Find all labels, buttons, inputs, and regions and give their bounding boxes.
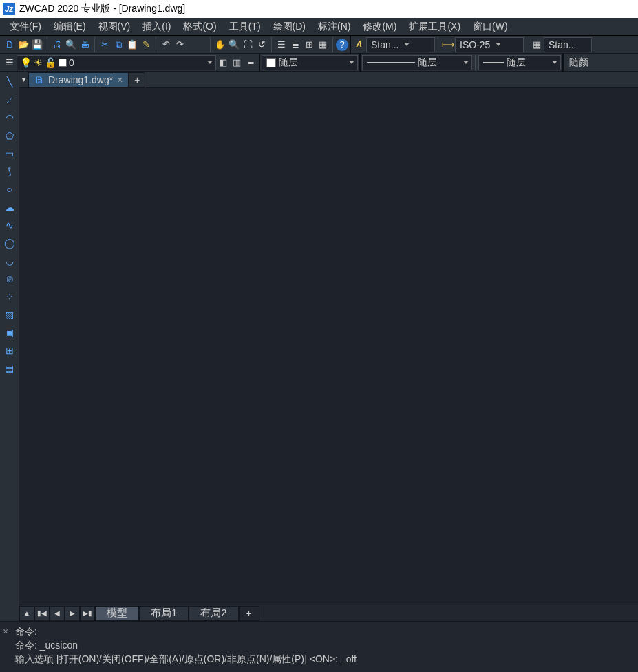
dimstyle-icon[interactable]: ⟼: [441, 38, 455, 52]
sep: [350, 36, 351, 54]
plot-button[interactable]: 🖶: [78, 38, 92, 52]
copy-button[interactable]: ⧉: [111, 38, 125, 52]
title-bar: Jz ZWCAD 2020 专业版 - [Drawing1.dwg]: [0, 0, 638, 18]
window-title: ZWCAD 2020 专业版 - [Drawing1.dwg]: [19, 3, 185, 15]
layout-up-button[interactable]: ▲: [19, 606, 34, 621]
zoom-extents-button[interactable]: ⛶: [241, 38, 255, 52]
text-style-value: Stan...: [371, 39, 398, 50]
tablestyle-icon[interactable]: ▦: [530, 38, 544, 52]
chevron-down-icon: [463, 61, 469, 64]
circle-tool[interactable]: ○: [2, 182, 17, 197]
table-style-value: Stan...: [549, 39, 576, 50]
spline-tool[interactable]: ∿: [2, 218, 17, 233]
polygon-tool[interactable]: ⬠: [2, 128, 17, 143]
menu-tools[interactable]: 工具(T): [224, 21, 266, 33]
zoom-button[interactable]: 🔍: [227, 38, 241, 52]
menu-express[interactable]: 扩展工具(X): [403, 21, 466, 33]
layer-dropdown[interactable]: 💡 ☀ 🔓 0: [17, 55, 216, 70]
save-button[interactable]: 💾: [30, 38, 44, 52]
content-area: ╲ ⟋ ◠ ⬠ ▭ ⟆ ○ ☁ ∿ ◯ ◡ ⎚ ⁘ ▨ ▣ ⊞ ▤ ▾ 🗎 Dr…: [0, 72, 638, 621]
menu-insert[interactable]: 插入(I): [137, 21, 176, 33]
preview-button[interactable]: 🔍: [64, 38, 78, 52]
help-button[interactable]: ?: [336, 39, 348, 51]
paste-button[interactable]: 📋: [125, 38, 139, 52]
layer-iso-button[interactable]: ◧: [216, 56, 230, 70]
menu-format[interactable]: 格式(O): [178, 21, 222, 33]
table-style-dropdown[interactable]: Stan...: [544, 37, 592, 52]
matchprop-button[interactable]: ✎: [139, 38, 153, 52]
app-icon: Jz: [3, 3, 15, 15]
sep: [271, 37, 272, 52]
close-cmdline-icon[interactable]: ×: [3, 624, 8, 638]
properties-button[interactable]: ☰: [275, 38, 288, 52]
polyline-tool[interactable]: ⟋: [2, 92, 17, 107]
add-layout-button[interactable]: +: [239, 606, 259, 621]
dim-style-dropdown[interactable]: ISO-25: [455, 37, 524, 52]
layer-manager-button[interactable]: ☰: [3, 56, 17, 70]
undo-button[interactable]: ↶: [159, 38, 173, 52]
tab-layout1[interactable]: 布局1: [139, 606, 189, 621]
mtext-tool[interactable]: ▤: [2, 361, 17, 376]
ellipse-tool[interactable]: ◯: [2, 235, 17, 251]
layout-prev-button[interactable]: ◀: [50, 606, 65, 621]
redo-button[interactable]: ↷: [173, 38, 187, 52]
sep: [438, 37, 438, 52]
menu-dimension[interactable]: 标注(N): [312, 21, 356, 33]
hatch-tool[interactable]: ▨: [2, 307, 17, 322]
linetype-dropdown[interactable]: 随层: [362, 55, 472, 70]
layer-color-swatch: [59, 59, 67, 67]
block-tool[interactable]: ⎚: [2, 271, 17, 286]
toolbar-standard: 🗋 📂 💾 🖨 🔍 🖶 ✂ ⧉ 📋 ✎ ↶ ↷ ✋ 🔍 ⛶ ↺ ☰ ≣ ⊞ ▦ …: [0, 36, 638, 54]
sep: [527, 37, 527, 52]
arc2-tool[interactable]: ⟆: [2, 164, 17, 179]
lineweight-preview: [483, 62, 504, 63]
tab-layout2[interactable]: 布局2: [189, 606, 238, 621]
layer-state-button[interactable]: ≣: [244, 56, 257, 70]
menu-view[interactable]: 视图(V): [93, 21, 136, 33]
layers-panel-button[interactable]: ≣: [288, 38, 302, 52]
new-button[interactable]: 🗋: [3, 38, 17, 52]
document-tab-name: Drawing1.dwg*: [48, 74, 113, 85]
rectangle-tool[interactable]: ▭: [2, 146, 17, 161]
layout-tabs: ▲ ▮◀ ◀ ▶ ▶▮ 模型 布局1 布局2 +: [19, 605, 638, 621]
layout-last-button[interactable]: ▶▮: [80, 606, 95, 621]
cut-button[interactable]: ✂: [98, 38, 111, 52]
designcenter-button[interactable]: ▦: [316, 38, 330, 52]
arc-tool[interactable]: ◠: [2, 110, 17, 125]
zoom-prev-button[interactable]: ↺: [255, 38, 268, 52]
point-tool[interactable]: ⁘: [2, 289, 17, 304]
print-button[interactable]: 🖨: [50, 38, 64, 52]
layout-first-button[interactable]: ▮◀: [34, 606, 50, 621]
open-button[interactable]: 📂: [17, 38, 30, 52]
line-tool[interactable]: ╲: [2, 74, 17, 90]
tab-model[interactable]: 模型: [95, 606, 139, 621]
menu-file[interactable]: 文件(F): [4, 21, 47, 33]
lineweight-dropdown[interactable]: 随层: [478, 55, 561, 70]
menu-modify[interactable]: 修改(M): [357, 21, 402, 33]
textstyle-icon[interactable]: A: [352, 38, 366, 52]
sun-icon: ☀: [34, 57, 43, 68]
table-tool[interactable]: ⊞: [2, 343, 17, 358]
linetype-preview: [367, 62, 415, 63]
menu-draw[interactable]: 绘图(D): [268, 21, 311, 33]
color-dropdown[interactable]: 随层: [262, 55, 358, 70]
pan-button[interactable]: ✋: [213, 38, 227, 52]
drawing-canvas[interactable]: [19, 88, 638, 605]
cmd-history-line: 命令: _ucsicon: [15, 638, 632, 652]
menu-edit[interactable]: 编辑(E): [48, 21, 92, 33]
command-line[interactable]: × 命令: 命令: _ucsicon 输入选项 [打开(ON)/关闭(OFF)/…: [0, 621, 638, 672]
ellipsearc-tool[interactable]: ◡: [2, 253, 17, 269]
document-tab[interactable]: 🗎 Drawing1.dwg* ×: [28, 72, 129, 87]
add-document-tab[interactable]: +: [129, 72, 145, 87]
plotstyle-dropdown[interactable]: 随颜: [565, 55, 593, 70]
sep: [210, 37, 211, 52]
text-style-dropdown[interactable]: Stan...: [366, 37, 435, 52]
menu-window[interactable]: 窗口(W): [467, 21, 513, 33]
layout-next-button[interactable]: ▶: [65, 606, 80, 621]
tab-collapse-icon[interactable]: ▾: [22, 76, 25, 83]
grid-button[interactable]: ⊞: [302, 38, 316, 52]
revcloud-tool[interactable]: ☁: [2, 200, 17, 215]
close-tab-icon[interactable]: ×: [117, 74, 123, 85]
region-tool[interactable]: ▣: [2, 325, 17, 340]
layer-prev-button[interactable]: ▥: [230, 56, 244, 70]
